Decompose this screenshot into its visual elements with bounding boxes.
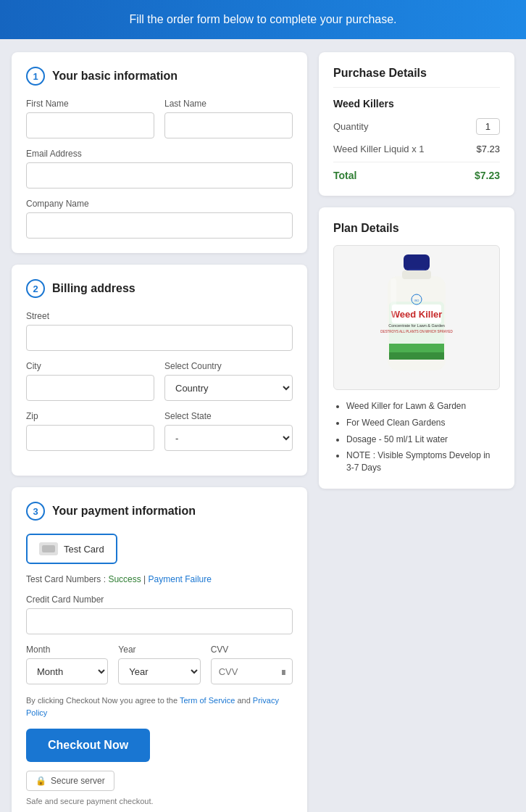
step-3-circle: 3 [26, 502, 45, 521]
svg-rect-0 [404, 254, 430, 270]
cvv-input-wrap: ∎ [211, 658, 293, 684]
last-name-label: Last Name [164, 99, 293, 109]
total-price: $7.23 [475, 170, 500, 181]
total-label: Total [333, 170, 356, 181]
quantity-value: 1 [476, 118, 500, 135]
svg-text:ISO: ISO [414, 299, 419, 302]
payment-section: 3 Your payment information Test Card Tes… [12, 487, 307, 812]
checkout-button[interactable]: Checkout Now [26, 729, 150, 762]
cc-number-label: Credit Card Number [26, 594, 293, 605]
item-price: $7.23 [476, 144, 500, 154]
zip-group: Zip [26, 411, 154, 451]
test-card-numbers: Test Card Numbers : Success | Payment Fa… [26, 574, 293, 584]
city-group: City [26, 361, 154, 401]
city-label: City [26, 361, 154, 371]
month-label: Month [26, 645, 108, 655]
svg-text:Weed Killer: Weed Killer [391, 309, 443, 320]
cvv-group: CVV ∎ [211, 645, 293, 684]
success-link[interactable]: Success [108, 574, 141, 584]
email-group: Email Address [26, 149, 293, 188]
plan-details-title: Plan Details [333, 222, 500, 235]
street-input[interactable] [26, 325, 293, 351]
year-select[interactable]: Year 202420252026 202720282029 [118, 658, 200, 684]
cc-number-input[interactable] [26, 608, 293, 634]
basic-info-title: Your basic information [52, 70, 178, 83]
country-label: Select Country [164, 361, 293, 371]
plan-bullet: Weed Killer for Lawn & Garden [346, 400, 500, 413]
svg-rect-6 [389, 352, 444, 360]
safe-text: Safe and secure payment checkout. [26, 797, 293, 805]
last-name-group: Last Name [164, 99, 293, 138]
city-input[interactable] [26, 375, 154, 401]
basic-info-section: 1 Your basic information First Name Last… [12, 52, 307, 253]
country-select[interactable]: Country United States United Kingdom Can… [164, 375, 293, 401]
company-input[interactable] [26, 212, 293, 239]
month-select[interactable]: Month 01020304 05060708 09101112 [26, 658, 108, 684]
state-select[interactable]: - California New York Texas [164, 425, 293, 451]
plan-bullets: Weed Killer for Lawn & GardenFor Weed Cl… [333, 400, 500, 474]
step-2-circle: 2 [26, 279, 45, 298]
cvv-card-icon: ∎ [280, 666, 287, 677]
secure-server-badge: 🔒 Secure server [26, 771, 114, 791]
month-group: Month Month 01020304 05060708 09101112 [26, 645, 108, 684]
state-group: Select State - California New York Texas [164, 411, 293, 451]
card-icon [39, 542, 58, 555]
plan-details-card: Plan Details [319, 207, 514, 489]
company-group: Company Name [26, 199, 293, 239]
payment-failure-link[interactable]: Payment Failure [149, 574, 212, 584]
lock-icon: 🔒 [36, 776, 46, 786]
street-group: Street [26, 311, 293, 351]
test-card-button[interactable]: Test Card [26, 534, 117, 564]
company-label: Company Name [26, 199, 293, 209]
billing-title: Billing address [52, 282, 135, 295]
quantity-row: Quantity 1 [333, 118, 500, 135]
product-name: Weed Killers [333, 98, 500, 109]
item-label: Weed Killer Liquid x 1 [333, 144, 425, 154]
billing-section: 2 Billing address Street City Select Cou… [12, 265, 307, 476]
test-card-label: Test Card [64, 544, 104, 555]
total-row: Total $7.23 [333, 170, 500, 181]
secure-server-label: Secure server [51, 776, 105, 786]
terms-link[interactable]: Term of Service [180, 696, 235, 705]
product-image: Weed Killer Concentrate for Lawn & Garde… [373, 251, 460, 385]
email-label: Email Address [26, 149, 293, 159]
zip-label: Zip [26, 411, 154, 421]
cvv-label: CVV [211, 645, 293, 655]
year-group: Year Year 202420252026 202720282029 [118, 645, 200, 684]
purchase-details-card: Purchase Details Weed Killers Quantity 1… [319, 52, 514, 196]
last-name-input[interactable] [164, 112, 293, 138]
cc-number-group: Credit Card Number [26, 594, 293, 634]
svg-text:DESTROYS ALL PLANTS ON WHICH S: DESTROYS ALL PLANTS ON WHICH SPRAYED [380, 330, 453, 334]
purchase-details-title: Purchase Details [333, 67, 500, 88]
item-row: Weed Killer Liquid x 1 $7.23 [333, 144, 500, 162]
terms-text: By clicking Checkout Now you agree to th… [26, 695, 293, 718]
state-label: Select State [164, 411, 293, 421]
svg-rect-13 [391, 278, 396, 322]
street-label: Street [26, 311, 293, 321]
plan-bullet: NOTE : Visible Symptoms Develop in 3-7 D… [346, 450, 500, 474]
quantity-label: Quantity [333, 121, 368, 132]
plan-bullet: For Weed Clean Gardens [346, 417, 500, 429]
email-input[interactable] [26, 162, 293, 188]
step-1-circle: 1 [26, 67, 45, 86]
year-label: Year [118, 645, 200, 655]
product-image-container: Weed Killer Concentrate for Lawn & Garde… [333, 245, 500, 390]
payment-title: Your payment information [52, 505, 196, 518]
plan-bullet: Dosage - 50 ml/1 Lit water [346, 434, 500, 446]
country-group: Select Country Country United States Uni… [164, 361, 293, 401]
first-name-label: First Name [26, 99, 154, 109]
zip-input[interactable] [26, 425, 154, 451]
svg-text:Concentrate for Lawn & Garden: Concentrate for Lawn & Garden [388, 323, 445, 328]
top-banner: Fill the order form below to complete yo… [0, 0, 526, 39]
first-name-input[interactable] [26, 112, 154, 138]
svg-rect-3 [402, 270, 431, 279]
first-name-group: First Name [26, 99, 154, 138]
